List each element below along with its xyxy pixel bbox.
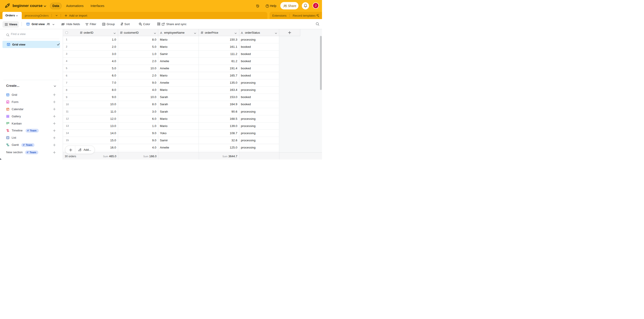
- svg-text:31: 31: [7, 109, 8, 110]
